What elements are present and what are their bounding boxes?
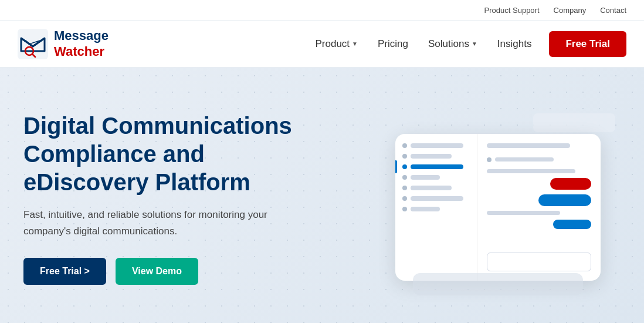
utility-bar: Product Support Company Contact bbox=[0, 0, 644, 21]
hero-view-demo-button[interactable]: View Demo bbox=[116, 258, 198, 285]
mockup-list-item-2 bbox=[402, 154, 470, 159]
nav-item-insights[interactable]: Insights bbox=[489, 33, 540, 55]
nav-item-pricing[interactable]: Pricing bbox=[370, 33, 416, 55]
mockup-float-bottom bbox=[413, 273, 583, 295]
meta-dot bbox=[487, 157, 492, 162]
line-3 bbox=[411, 164, 463, 169]
line-6 bbox=[411, 196, 463, 201]
hero-buttons: Free Trial > View Demo bbox=[23, 258, 334, 285]
solutions-dropdown-arrow: ▼ bbox=[472, 41, 477, 47]
chat-bubble-red bbox=[550, 178, 591, 190]
dot-4 bbox=[402, 175, 407, 180]
product-dropdown-arrow: ▼ bbox=[352, 41, 358, 47]
hero-section: Digital Communications Compliance and eD… bbox=[0, 68, 644, 323]
meta-line bbox=[495, 157, 554, 162]
dot-5 bbox=[402, 186, 407, 190]
mockup-input-field bbox=[487, 253, 591, 271]
line-7 bbox=[411, 207, 440, 211]
mockup-container bbox=[387, 102, 609, 290]
hero-illustration bbox=[352, 68, 644, 323]
chat-bubble-blue-1 bbox=[538, 194, 591, 206]
mockup-left-panel bbox=[395, 134, 477, 281]
mockup-meta-row bbox=[487, 157, 591, 162]
logo-message: Message bbox=[54, 28, 109, 43]
navbar: Message Watcher Product ▼ Pricing Soluti… bbox=[0, 21, 644, 68]
nav-free-trial-button[interactable]: Free Trial bbox=[549, 31, 626, 57]
nav-item-product[interactable]: Product ▼ bbox=[307, 33, 366, 55]
line-1 bbox=[411, 143, 463, 148]
mockup-list-item-3 bbox=[402, 164, 470, 169]
hero-content: Digital Communications Compliance and eD… bbox=[0, 68, 352, 323]
contact-link[interactable]: Contact bbox=[600, 6, 626, 15]
hero-subtext: Fast, intuitive, and reliable solutions … bbox=[23, 207, 305, 238]
mockup-main-card bbox=[395, 134, 601, 281]
mockup-float-top bbox=[533, 113, 615, 132]
chat-line-1 bbox=[487, 169, 575, 173]
nav-item-solutions[interactable]: Solutions ▼ bbox=[420, 33, 486, 55]
logo[interactable]: Message Watcher bbox=[18, 28, 109, 59]
product-support-link[interactable]: Product Support bbox=[484, 6, 540, 15]
line-4 bbox=[411, 175, 440, 180]
dot-6 bbox=[402, 196, 407, 201]
mockup-header-line bbox=[487, 143, 570, 148]
mockup-list-item-4 bbox=[402, 175, 470, 180]
hero-free-trial-button[interactable]: Free Trial > bbox=[23, 258, 106, 285]
dot-3 bbox=[402, 164, 407, 169]
dot-7 bbox=[402, 207, 407, 211]
dot-2 bbox=[402, 154, 407, 159]
company-link[interactable]: Company bbox=[554, 6, 587, 15]
chat-line-2 bbox=[487, 211, 560, 215]
active-indicator bbox=[395, 160, 397, 173]
chat-messages bbox=[487, 169, 591, 245]
nav-links: Product ▼ Pricing Solutions ▼ Insights F… bbox=[307, 31, 626, 57]
mockup-list-item-7 bbox=[402, 207, 470, 211]
line-5 bbox=[411, 186, 452, 190]
mockup-list-item-6 bbox=[402, 196, 470, 201]
chat-bubble-blue-2 bbox=[553, 220, 591, 229]
mockup-list-item-5 bbox=[402, 186, 470, 190]
mockup-list-item-1 bbox=[402, 143, 470, 148]
dot-1 bbox=[402, 143, 407, 148]
mockup-right-panel bbox=[477, 134, 601, 281]
hero-heading: Digital Communications Compliance and eD… bbox=[23, 112, 334, 196]
logo-watcher: Watcher bbox=[54, 44, 109, 59]
line-2 bbox=[411, 154, 452, 159]
